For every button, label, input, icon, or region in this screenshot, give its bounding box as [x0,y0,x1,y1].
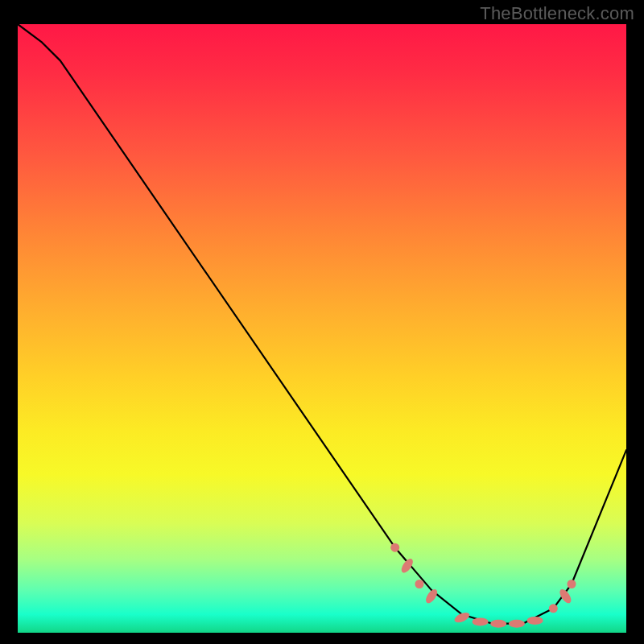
marker-dot [568,580,576,588]
marker-lozenge [527,617,543,625]
marker-dot [549,604,558,613]
marker-dot [390,543,399,552]
marker-dot [415,580,424,588]
marker-lozenge [490,620,506,628]
marker-lozenge [453,610,471,625]
plot-area [18,24,626,633]
marker-lozenge [473,617,489,625]
chart-frame: TheBottleneck.com [0,0,644,644]
curve-svg [18,24,626,633]
bottleneck-curve [18,24,626,624]
watermark-text: TheBottleneck.com [480,3,634,24]
curve-markers [390,543,576,628]
marker-lozenge [558,588,574,605]
marker-lozenge [509,620,525,628]
marker-lozenge [399,557,415,575]
